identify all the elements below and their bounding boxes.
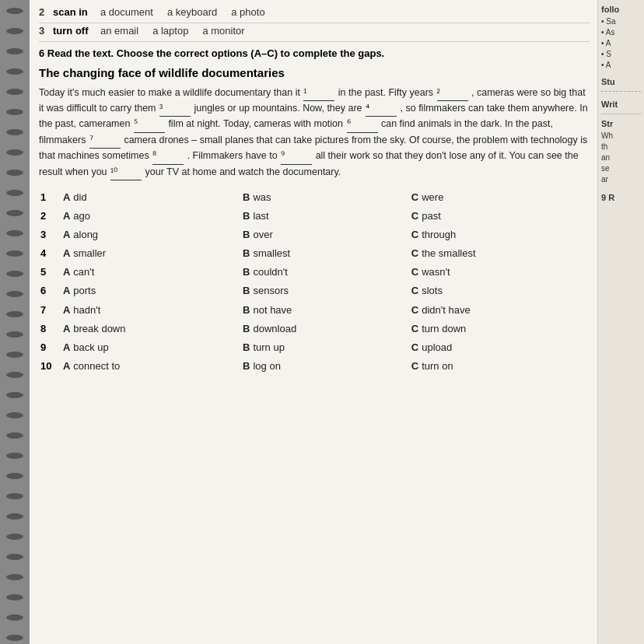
right-panel-bullet-2: • As (601, 28, 641, 37)
choice-b: Bsensors (241, 282, 410, 300)
article-title: The changing face of wildlife documentar… (39, 65, 590, 81)
option-text: a monitor (202, 25, 244, 37)
spiral-ring (6, 68, 23, 75)
choice-number: 1 (39, 188, 61, 207)
right-panel: follo • Sa • As • A • S • A Stu Writ Str… (597, 0, 644, 644)
choices-table: 1 Adid Bwas Cwere 2 Aago Blast Cpast 3 A… (39, 188, 590, 376)
blank-6: ⁶ (347, 117, 378, 132)
spiral-ring (6, 614, 23, 621)
choice-number: 9 (39, 338, 61, 357)
option-text: a laptop (152, 25, 188, 37)
choice-a: Aback up (61, 338, 241, 357)
spiral-ring (6, 89, 23, 95)
choice-c: Cdidn't have (410, 301, 590, 320)
right-panel-str-2: th (601, 142, 641, 151)
spiral-ring (6, 48, 23, 54)
section-title: 6 Read the text. Choose the correct opti… (39, 47, 590, 61)
choice-number: 6 (39, 282, 61, 300)
page-content: 2 scan in a documenta keyboarda photo 3 … (30, 0, 597, 644)
spiral-binding (0, 0, 30, 644)
choice-row: 1 Adid Bwas Cwere (39, 188, 590, 207)
choice-number: 10 (39, 357, 61, 376)
right-panel-bullet-5: • A (601, 61, 641, 69)
spiral-ring (6, 534, 23, 540)
choice-row: 8 Abreak down Bdownload Cturn down (39, 320, 590, 338)
choice-c: Cthrough (410, 226, 590, 244)
choice-row: 9 Aback up Bturn up Cupload (39, 338, 590, 357)
option-text: an email (100, 25, 138, 37)
choice-b: Bnot have (241, 301, 410, 320)
blank-1: ¹ (303, 86, 334, 101)
spiral-ring (6, 8, 23, 14)
spiral-ring (6, 493, 23, 499)
option-text: a document (100, 6, 153, 18)
right-panel-str-1: Wh (601, 131, 641, 140)
right-panel-num9: 9 R (601, 193, 641, 202)
choice-a: Aago (61, 207, 241, 226)
choice-c: Cwere (410, 188, 590, 207)
choice-c: Cthe smallest (410, 244, 590, 263)
choice-b: Bturn up (241, 338, 410, 357)
right-panel-str-4: se (601, 164, 641, 173)
choice-a: Aconnect to (61, 357, 241, 376)
row-options: an emaila laptopa monitor (100, 25, 245, 37)
blank-10: ¹⁰ (110, 165, 142, 180)
choice-a: Aports (61, 282, 241, 300)
choice-c: Cpast (410, 207, 590, 226)
choice-row: 5 Acan't Bcouldn't Cwasn't (39, 263, 590, 282)
row-number: 2 (39, 6, 48, 18)
choice-b: Bwas (241, 188, 410, 207)
choice-c: Cturn down (410, 320, 590, 338)
choice-a: Adid (61, 188, 241, 207)
choice-number: 5 (39, 263, 61, 282)
choice-row: 3 Aalong Bover Cthrough (39, 226, 590, 244)
choice-row: 7 Ahadn't Bnot have Cdidn't have (39, 301, 590, 320)
option-text: a photo (231, 6, 264, 18)
right-panel-stu-label: Stu (601, 77, 641, 86)
spiral-ring (6, 574, 23, 580)
right-panel-str-5: ar (601, 175, 641, 184)
spiral-ring (6, 352, 23, 358)
row-word: scan in (53, 6, 96, 18)
spiral-ring (6, 331, 23, 338)
right-panel-bullet-3: • A (601, 39, 641, 47)
choice-b: Bdownload (241, 320, 410, 338)
spiral-ring (6, 432, 23, 439)
option-text: a keyboard (167, 6, 217, 18)
spiral-ring (6, 453, 23, 459)
blank-8: ⁸ (152, 149, 184, 164)
right-panel-divider2 (601, 114, 641, 114)
choice-a: Abreak down (61, 320, 241, 338)
choice-b: Bsmallest (241, 244, 410, 263)
blank-9: ⁹ (281, 149, 312, 164)
spiral-ring (6, 230, 23, 236)
choice-row: 2 Aago Blast Cpast (39, 207, 590, 226)
section-6: 6 Read the text. Choose the correct opti… (39, 47, 590, 376)
spiral-ring (6, 250, 23, 257)
choice-a: Acan't (61, 263, 241, 282)
right-panel-bullet-1: • Sa (601, 17, 641, 26)
top-rows: 2 scan in a documenta keyboarda photo 3 … (39, 6, 590, 42)
row-word: turn off (53, 25, 96, 37)
choice-c: Cwasn't (410, 263, 590, 282)
choice-number: 4 (39, 244, 61, 263)
choice-c: Cupload (410, 338, 590, 357)
choice-a: Asmaller (61, 244, 241, 263)
right-panel-bullet-4: • S (601, 50, 641, 58)
choice-b: Blast (241, 207, 410, 226)
spiral-ring (6, 372, 23, 378)
choice-b: Bcouldn't (241, 263, 410, 282)
top-row-item: 2 scan in a documenta keyboarda photo (39, 6, 590, 23)
right-panel-divider (601, 91, 641, 92)
blank-4: ⁴ (366, 101, 397, 117)
choice-row: 6 Aports Bsensors Cslots (39, 282, 590, 300)
article-body: Today it's much easier to make a wildlif… (39, 86, 590, 180)
choice-c: Cslots (410, 282, 590, 300)
blank-7: ⁷ (89, 133, 121, 149)
spiral-ring (6, 594, 23, 600)
choice-number: 8 (39, 320, 61, 338)
choice-row: 10 Aconnect to Blog on Cturn on (39, 357, 590, 376)
blank-2: ² (437, 86, 468, 101)
spiral-ring (6, 28, 23, 34)
spiral-ring (6, 170, 23, 176)
